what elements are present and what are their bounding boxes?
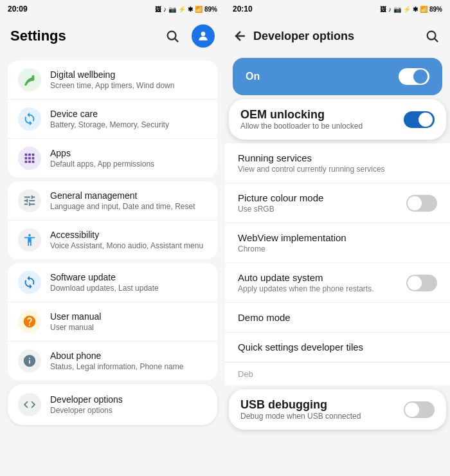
r-signal-icon: 📶 [420, 6, 428, 13]
auto-update-system-item[interactable]: Auto update system Apply updates when th… [225, 263, 450, 303]
sliders-icon [22, 194, 37, 208]
refresh-icon [22, 112, 37, 126]
digital-wellbeing-title: Digital wellbeing [50, 69, 207, 80]
software-update-title: Software update [50, 272, 207, 282]
person-icon [197, 30, 210, 42]
svg-line-4 [435, 39, 438, 42]
running-services-subtitle: View and control currently running servi… [238, 165, 437, 174]
help-icon [22, 315, 37, 329]
right-status-icons: 🖼 ♪ 📷 ⚡ ✱ 📶 89% [380, 6, 442, 13]
developer-items-group: Running services View and control curren… [225, 143, 450, 385]
digital-wellbeing-icon [18, 68, 41, 91]
running-services-text: Running services View and control curren… [238, 152, 437, 174]
auto-update-system-title: Auto update system [238, 272, 406, 283]
group-1: Digital wellbeing Screen time, App timer… [8, 60, 217, 178]
auto-update-system-subtitle: Apply updates when the phone restarts. [238, 284, 406, 293]
update-icon [22, 275, 37, 289]
apps-subtitle: Default apps, App permissions [50, 160, 207, 169]
webview-implementation-subtitle: Chrome [238, 244, 437, 253]
usb-debugging-text: USB debugging Debug mode when USB connec… [240, 398, 404, 421]
quick-settings-title: Quick settings developer tiles [238, 342, 437, 352]
running-services-item[interactable]: Running services View and control curren… [225, 143, 450, 183]
oem-unlocking-text: OEM unlocking Allow the bootloader to be… [240, 108, 404, 131]
apps-title: Apps [50, 148, 207, 158]
auto-update-toggle[interactable] [406, 275, 437, 291]
back-button[interactable] [228, 23, 253, 49]
oem-unlocking-toggle[interactable] [404, 111, 435, 128]
device-care-subtitle: Battery, Storage, Memory, Security [50, 120, 207, 129]
apps-text: Apps Default apps, App permissions [50, 148, 207, 169]
left-search-button[interactable] [161, 24, 184, 48]
music-icon: ♪ [163, 6, 166, 13]
sidebar-item-general-management[interactable]: General management Language and input, D… [8, 181, 217, 221]
sidebar-item-user-manual[interactable]: User manual User manual [8, 302, 217, 342]
picture-colour-mode-item[interactable]: Picture colour mode Use sRGB [225, 183, 450, 223]
left-panel: 20:09 🖼 ♪ 📷 ⚡ ✱ 📶 89% Settings [0, 0, 225, 476]
developer-options-subtitle: Developer options [50, 406, 207, 415]
oem-unlocking-subtitle: Allow the bootloader to be unlocked [240, 122, 404, 131]
sidebar-item-software-update[interactable]: Software update Download updates, Last u… [8, 263, 217, 302]
sidebar-item-apps[interactable]: Apps Default apps, App permissions [8, 139, 217, 178]
oem-unlocking-item[interactable]: OEM unlocking Allow the bootloader to be… [229, 99, 446, 140]
right-header: Developer options [225, 18, 450, 54]
accessibility-subtitle: Voice Assistant, Mono audio, Assistant m… [50, 241, 207, 250]
developer-on-row[interactable]: On [233, 58, 442, 95]
left-status-bar: 20:09 🖼 ♪ 📷 ⚡ ✱ 📶 89% [0, 0, 225, 18]
partial-debug-label: Deb [225, 362, 450, 385]
general-management-text: General management Language and input, D… [50, 190, 207, 211]
developer-on-toggle[interactable] [399, 68, 429, 85]
r-bluetooth-icon: ⚡ [403, 6, 411, 13]
search-icon [165, 29, 179, 43]
profile-avatar[interactable] [192, 24, 215, 48]
right-panel-title: Developer options [253, 30, 419, 43]
developer-options-icon [18, 393, 41, 416]
usb-debugging-item[interactable]: USB debugging Debug mode when USB connec… [229, 389, 446, 430]
accessibility-figure-icon [22, 233, 37, 247]
sidebar-item-about-phone[interactable]: About phone Status, Legal information, P… [8, 342, 217, 380]
left-header: Settings [0, 18, 225, 54]
quick-settings-item[interactable]: Quick settings developer tiles [225, 333, 450, 362]
usb-toggle-thumb [405, 403, 419, 417]
left-status-icons: 🖼 ♪ 📷 ⚡ ✱ 📶 89% [155, 6, 217, 13]
battery-left: 89% [204, 6, 217, 13]
user-manual-subtitle: User manual [50, 323, 207, 332]
right-search-button[interactable] [419, 23, 445, 49]
sidebar-item-accessibility[interactable]: Accessibility Voice Assistant, Mono audi… [8, 221, 217, 259]
device-care-title: Device care [50, 109, 207, 119]
r-music-icon: ♪ [388, 6, 392, 13]
usb-debugging-toggle[interactable] [404, 401, 435, 418]
demo-mode-title: Demo mode [238, 312, 437, 323]
sidebar-item-device-care[interactable]: Device care Battery, Storage, Memory, Se… [8, 100, 217, 139]
general-management-icon [18, 189, 41, 212]
webview-implementation-title: WebView implementation [238, 232, 437, 243]
device-care-text: Device care Battery, Storage, Memory, Se… [50, 109, 207, 129]
picture-colour-mode-title: Picture colour mode [238, 192, 406, 203]
sidebar-item-digital-wellbeing[interactable]: Digital wellbeing Screen time, App timer… [8, 60, 217, 100]
nfc-icon: ✱ [188, 6, 193, 13]
user-manual-text: User manual User manual [50, 311, 207, 332]
digital-wellbeing-text: Digital wellbeing Screen time, App timer… [50, 69, 207, 90]
about-phone-subtitle: Status, Legal information, Phone name [50, 362, 207, 371]
settings-list: Digital wellbeing Screen time, App timer… [0, 54, 225, 476]
r-battery: 89% [429, 6, 442, 13]
back-arrow-icon [233, 28, 248, 44]
webview-implementation-item[interactable]: WebView implementation Chrome [225, 223, 450, 263]
demo-mode-item[interactable]: Demo mode [225, 303, 450, 333]
oem-toggle-thumb [419, 113, 433, 127]
about-phone-icon [18, 349, 41, 372]
usb-debugging-subtitle: Debug mode when USB connected [240, 412, 404, 421]
user-manual-title: User manual [50, 311, 207, 322]
developer-options-title: Developer options [50, 394, 207, 405]
left-time: 20:09 [8, 5, 28, 14]
bluetooth-icon: ⚡ [178, 6, 186, 13]
picture-colour-mode-text: Picture colour mode Use sRGB [238, 192, 406, 214]
digital-wellbeing-subtitle: Screen time, App timers, Wind down [50, 81, 207, 90]
svg-line-1 [175, 39, 178, 42]
picture-colour-toggle[interactable] [406, 195, 437, 212]
r-notification-icon: 🖼 [380, 6, 386, 13]
accessibility-icon [18, 228, 41, 252]
accessibility-title: Accessibility [50, 230, 207, 240]
developer-options-content: On OEM unlocking Allow the bootloader to… [225, 54, 450, 476]
sidebar-item-developer-options[interactable]: Developer options Developer options [8, 384, 217, 425]
software-update-text: Software update Download updates, Last u… [50, 272, 207, 293]
